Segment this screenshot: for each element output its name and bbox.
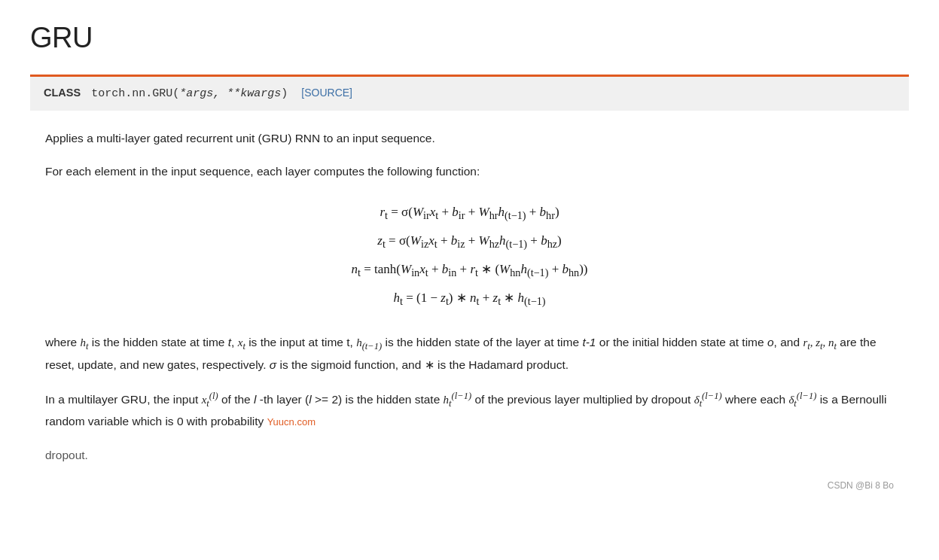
equation-2: zt = σ(Wizxt + biz + Whzh(t−1) + bhz) [45, 228, 894, 255]
dropout-paragraph: dropout. [45, 446, 894, 465]
dropout-label: dropout. [45, 449, 88, 461]
class-keyword: CLASS [44, 87, 81, 99]
intro-paragraph: Applies a multi-layer gated recurrent un… [45, 129, 894, 148]
class-args: *args, **kwargs [179, 87, 281, 100]
equation-1: rt = σ(Wirxt + bir + Whrh(t−1) + bhr) [45, 199, 894, 227]
foreach-paragraph: For each element in the input sequence, … [45, 162, 894, 181]
watermark: Yuucn.com [267, 416, 316, 428]
content-body: Applies a multi-layer gated recurrent un… [30, 129, 909, 493]
class-name: torch.nn.GRU(*args, **kwargs) [91, 87, 288, 100]
page-title: GRU [30, 15, 909, 61]
source-link[interactable]: [SOURCE] [301, 87, 352, 99]
equation-3: nt = tanh(Winxt + bin + rt ∗ (Whnh(t−1) … [45, 257, 894, 284]
equation-4: ht = (1 − zt) ∗ nt + zt ∗ h(t−1) [45, 285, 894, 312]
class-header: CLASS torch.nn.GRU(*args, **kwargs) [SOU… [30, 77, 909, 111]
equations-block: rt = σ(Wirxt + bir + Whrh(t−1) + bhr) zt… [45, 199, 894, 312]
where-paragraph: where ht is the hidden state at time t, … [45, 333, 894, 375]
csdn-credit: CSDN @Bi 8 Bo [45, 479, 894, 493]
multilayer-paragraph: In a multilayer GRU, the input xt(l) of … [45, 388, 894, 432]
